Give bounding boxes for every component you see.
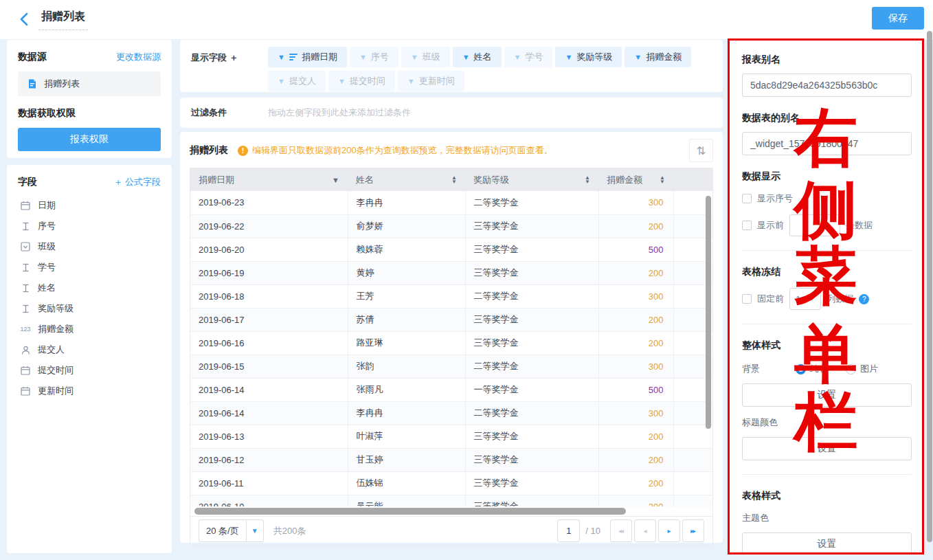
display-field-chip[interactable]: ▼更新时间: [398, 71, 464, 91]
title-color-set-button[interactable]: 设置: [742, 437, 912, 460]
chevron-down-icon: ▼: [634, 53, 642, 61]
field-item[interactable]: 日期: [18, 195, 161, 216]
show-first-count-input[interactable]: [789, 214, 840, 236]
custom-sort-button[interactable]: ⇅: [689, 139, 713, 162]
field-item-label: 奖励等级: [38, 302, 74, 315]
chip-label: 提交时间: [350, 75, 385, 87]
text-icon: [19, 220, 32, 232]
field-item[interactable]: 提交时间: [18, 360, 161, 381]
filter-caret-icon[interactable]: ▼: [332, 176, 339, 184]
prev-page-button[interactable]: ◂: [634, 519, 656, 542]
cell-name: 黄婷: [348, 261, 465, 284]
display-field-chip[interactable]: ▼提交时间: [328, 71, 395, 91]
field-item[interactable]: 更新时间: [18, 381, 161, 401]
field-item[interactable]: 提交人: [18, 339, 161, 360]
table-row: 2019-06-10吴云能三等奖学金200: [190, 495, 712, 506]
report-permission-button[interactable]: 报表权限: [18, 128, 161, 151]
column-header-label: 捐赠日期: [199, 174, 234, 186]
chevron-down-icon: ▼: [411, 53, 418, 61]
field-list: 日期序号班级学号姓名奖励等级123捐赠金额提交人提交时间更新时间: [18, 195, 161, 401]
cell-date: 2019-06-11: [190, 471, 348, 495]
display-field-chip[interactable]: ▼奖励等级: [555, 47, 622, 67]
first-page-button[interactable]: ◂◂: [610, 519, 632, 542]
table-vertical-scrollbar[interactable]: [706, 196, 711, 429]
freeze-prefix: 固定前: [757, 293, 784, 305]
display-field-chip[interactable]: ▼提交人: [268, 71, 326, 91]
next-page-button[interactable]: ▸: [658, 519, 680, 542]
column-header[interactable]: 捐赠日期▼: [190, 168, 348, 191]
show-index-checkbox[interactable]: [742, 194, 752, 203]
show-first-checkbox[interactable]: [742, 221, 752, 230]
display-field-chip[interactable]: ▼捐赠日期: [268, 47, 347, 67]
filter-dropzone[interactable]: 拖动左侧字段到此处来添加过滤条件: [268, 107, 411, 119]
freeze-checkbox[interactable]: [742, 294, 752, 304]
field-item-label: 日期: [38, 199, 56, 212]
cell-award-level: 二等奖学金: [465, 191, 598, 214]
field-item[interactable]: 学号: [18, 257, 161, 278]
display-field-chip[interactable]: ▼班级: [401, 47, 450, 67]
display-field-chip[interactable]: ▼姓名: [453, 47, 502, 67]
field-item[interactable]: 123捐赠金额: [18, 319, 161, 339]
display-field-chip[interactable]: ▼序号: [350, 47, 398, 67]
column-header[interactable]: 姓名▲▼: [348, 168, 465, 191]
field-item-label: 提交时间: [38, 364, 74, 377]
report-alias-input[interactable]: [742, 74, 912, 97]
page-size-select[interactable]: 20 条/页 ▼: [199, 519, 264, 542]
table-body: 2019-06-23李冉冉二等奖学金3002019-06-22俞梦娇三等奖学金2…: [190, 191, 712, 506]
column-header[interactable]: 奖励等级▲▼: [465, 168, 598, 191]
cell-amount: 300: [598, 191, 673, 214]
pagination-bar: 20 条/页 ▼ 共200条 / 10 ◂◂ ◂ ▸ ▸▸: [190, 516, 712, 545]
sort-carets-icon[interactable]: ▲▼: [660, 176, 665, 184]
change-datasource-link[interactable]: 更改数据源: [116, 51, 161, 63]
page-vertical-scrollbar[interactable]: [927, 31, 932, 542]
table-horizontal-scrollbar[interactable]: [194, 508, 626, 515]
bg-image-radio[interactable]: 图片: [846, 363, 878, 375]
table-row: 2019-06-22俞梦娇三等奖学金200: [190, 214, 712, 238]
sort-carets-icon[interactable]: ▲▼: [585, 176, 590, 184]
table-row: 2019-06-13叶淑萍三等奖学金200: [190, 425, 712, 448]
column-header[interactable]: [673, 168, 712, 191]
cell-date: 2019-06-19: [190, 261, 348, 284]
table-style-label: 表格样式: [742, 490, 912, 502]
field-item-label: 班级: [38, 240, 56, 253]
add-formula-field-link[interactable]: ＋ 公式字段: [113, 176, 161, 188]
background-color-set-button[interactable]: 设置: [742, 383, 912, 407]
chevron-down-icon: ▼: [514, 53, 521, 61]
cell-date: 2019-06-14: [190, 378, 348, 401]
cell-date: 2019-06-10: [190, 495, 348, 506]
page-number-input[interactable]: [557, 519, 580, 542]
chip-label: 捐赠日期: [302, 51, 337, 63]
freeze-count-select[interactable]: 1▼: [789, 288, 821, 310]
filter-label: 过滤条件: [191, 107, 268, 119]
cell-name: 张雨凡: [348, 378, 465, 401]
save-button[interactable]: 保存: [872, 7, 924, 30]
field-item[interactable]: 奖励等级: [18, 298, 161, 319]
field-item-label: 学号: [38, 261, 56, 273]
add-display-field-icon[interactable]: ＋: [229, 52, 238, 63]
datasource-item[interactable]: 捐赠列表: [18, 71, 161, 96]
cell-award-level: 三等奖学金: [465, 495, 598, 506]
display-field-chip[interactable]: ▼学号: [504, 47, 553, 67]
back-icon[interactable]: [16, 11, 33, 27]
page-size-value: 20 条/页: [199, 520, 246, 541]
cell-name: 李冉冉: [348, 191, 465, 214]
help-icon[interactable]: ?: [859, 294, 869, 304]
last-page-button[interactable]: ▸▸: [682, 519, 704, 542]
theme-color-set-button[interactable]: 设置: [742, 533, 912, 554]
cell-date: 2019-06-20: [190, 238, 348, 261]
table-alias-input[interactable]: [742, 132, 912, 155]
field-item[interactable]: 班级: [18, 236, 161, 257]
chip-label: 捐赠金额: [646, 51, 682, 63]
divider: [742, 324, 912, 324]
bg-solid-radio[interactable]: 纯色: [796, 363, 828, 375]
chevron-down-icon: ▼: [809, 295, 815, 302]
field-item[interactable]: 姓名: [18, 278, 161, 298]
column-header[interactable]: 捐赠金额▲▼: [598, 168, 673, 191]
table-horizontal-scrollbar-track: [190, 506, 712, 516]
field-item[interactable]: 序号: [18, 216, 161, 236]
display-field-chip[interactable]: ▼捐赠金额: [625, 47, 691, 67]
column-header-label: 姓名: [356, 174, 374, 186]
cell-name: 苏倩: [348, 308, 465, 331]
sort-carets-icon[interactable]: ▲▼: [451, 176, 457, 184]
settings-panel: 报表别名 数据表的别名 数据显示 显示序号 显示前 条数据 表格冻结 固定前 1…: [730, 40, 924, 554]
